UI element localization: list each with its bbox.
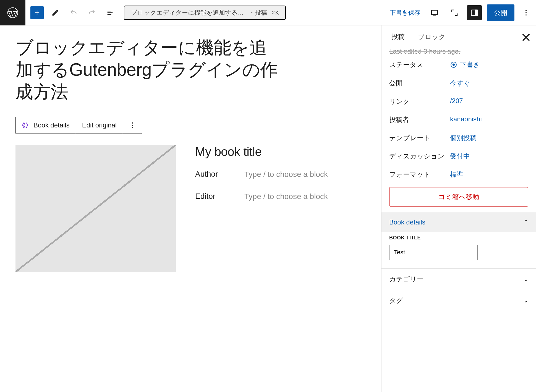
book-details-block[interactable]: My book title Author Type / to choose a … (15, 145, 366, 272)
edit-original-label: Edit original (82, 121, 117, 129)
svg-point-5 (525, 12, 527, 13)
command-bar-title: ブロックエディターに機能を追加する… (131, 9, 244, 17)
status-value-button[interactable]: 下書き (450, 60, 480, 69)
link-value-button[interactable]: /207 (450, 97, 463, 105)
author-value-placeholder[interactable]: Type / to choose a block (244, 169, 350, 180)
svg-point-9 (132, 127, 133, 128)
list-icon (106, 9, 114, 17)
tab-block[interactable]: ブロック (411, 26, 452, 48)
expand-icon (450, 9, 459, 17)
diamond-icon (22, 121, 30, 129)
redo-button[interactable] (85, 6, 98, 19)
pencil-icon (51, 9, 59, 17)
publish-value-button[interactable]: 今すぐ (450, 79, 470, 88)
svg-point-6 (525, 14, 527, 15)
panel-tags-title: タグ (389, 296, 403, 305)
top-toolbar: ブロックエディターに機能を追加する… ・投稿 ⌘K 下書き保存 公開 (0, 0, 536, 25)
format-label: フォーマット (389, 170, 445, 179)
preview-button[interactable] (427, 5, 442, 20)
settings-sidebar-toggle[interactable] (467, 5, 482, 20)
panel-book-details-header[interactable]: Book details ⌃ (381, 212, 536, 232)
book-title-input[interactable] (389, 245, 478, 260)
settings-sidebar: 投稿 ブロック Last edited 3 hours ago. ステータス 下… (381, 25, 536, 392)
svg-rect-1 (432, 10, 438, 14)
undo-button[interactable] (67, 6, 80, 19)
desktop-icon (430, 9, 439, 17)
close-icon (519, 31, 533, 44)
add-block-button[interactable] (30, 6, 44, 19)
last-edited-text: Last edited 3 hours ago. (381, 49, 536, 55)
chevron-up-icon: ⌃ (523, 219, 528, 226)
format-value-button[interactable]: 標準 (450, 170, 463, 179)
command-bar[interactable]: ブロックエディターに機能を追加する… ・投稿 ⌘K (124, 6, 286, 20)
redo-icon (88, 9, 96, 17)
post-title[interactable]: ブロックエディターに機能を追加するGutenbergプラグインの作成方法 (15, 36, 281, 103)
block-toolbar: Book details Edit original (15, 117, 142, 134)
template-label: テンプレート (389, 134, 445, 142)
discussion-label: ディスカッション (389, 152, 445, 161)
panel-book-details-title: Book details (389, 218, 425, 226)
tab-post[interactable]: 投稿 (385, 26, 411, 48)
author-value-button[interactable]: kanaonishi (450, 115, 482, 123)
discussion-value-button[interactable]: 受付中 (450, 152, 470, 161)
plus-icon (33, 9, 41, 17)
template-value-button[interactable]: 個別投稿 (450, 134, 477, 142)
chevron-down-icon: ⌄ (523, 276, 528, 283)
close-sidebar-button[interactable] (519, 31, 533, 44)
book-title-field-label: Book Title (389, 235, 528, 241)
kebab-icon (129, 121, 136, 129)
svg-point-7 (132, 122, 133, 124)
editor-value-placeholder[interactable]: Type / to choose a block (244, 191, 350, 202)
panel-tags-header[interactable]: タグ ⌄ (381, 290, 536, 311)
image-placeholder[interactable] (15, 145, 176, 272)
edit-mode-button[interactable] (49, 6, 62, 19)
svg-rect-3 (475, 10, 478, 15)
more-options-button[interactable] (519, 6, 533, 19)
command-bar-type: ・投稿 (249, 9, 267, 17)
status-label: ステータス (389, 60, 445, 69)
status-circle-icon (450, 61, 457, 68)
undo-icon (70, 9, 77, 17)
editor-canvas[interactable]: ブロックエディターに機能を追加するGutenbergプラグインの作成方法 Boo… (0, 25, 381, 392)
book-title-heading[interactable]: My book title (195, 145, 350, 159)
wordpress-icon (7, 7, 18, 18)
edit-original-button[interactable]: Edit original (76, 117, 123, 134)
author-label: Author (195, 169, 231, 179)
link-label: リンク (389, 97, 445, 106)
command-bar-shortcut: ⌘K (272, 9, 279, 16)
panel-categories-title: カテゴリー (389, 275, 423, 284)
svg-point-8 (132, 125, 133, 126)
trash-button[interactable]: ゴミ箱へ移動 (389, 187, 528, 207)
panel-categories-header[interactable]: カテゴリー ⌄ (381, 269, 536, 290)
publish-button[interactable]: 公開 (487, 4, 514, 21)
block-more-button[interactable] (123, 117, 142, 134)
block-type-button[interactable]: Book details (16, 117, 76, 134)
save-draft-button[interactable]: 下書き保存 (388, 6, 422, 19)
sidebar-tabs: 投稿 ブロック (381, 25, 536, 49)
sidebar-icon (470, 9, 479, 17)
document-outline-button[interactable] (103, 6, 117, 19)
svg-point-4 (525, 10, 527, 11)
publish-label: 公開 (389, 79, 445, 88)
wordpress-logo[interactable] (0, 0, 25, 25)
editor-label: Editor (195, 191, 231, 201)
svg-point-11 (453, 64, 455, 66)
chevron-down-icon: ⌄ (523, 297, 528, 304)
kebab-icon (522, 9, 530, 17)
fullscreen-button[interactable] (447, 5, 462, 20)
block-type-label: Book details (33, 121, 70, 129)
author-label-side: 投稿者 (389, 115, 445, 124)
